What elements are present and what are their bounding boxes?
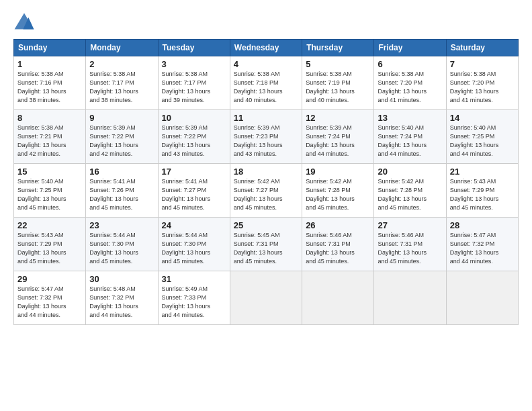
day-cell-30: 30Sunrise: 5:48 AMSunset: 7:32 PMDayligh… <box>86 271 158 325</box>
day-info: Sunrise: 5:46 AMSunset: 7:31 PMDaylight:… <box>306 231 370 266</box>
day-info: Sunrise: 5:47 AMSunset: 7:32 PMDaylight:… <box>450 231 515 266</box>
day-number: 28 <box>450 220 515 230</box>
day-number: 20 <box>378 167 442 177</box>
day-number: 8 <box>17 113 82 123</box>
calendar-week-2: 8Sunrise: 5:38 AMSunset: 7:21 PMDaylight… <box>14 110 519 164</box>
day-number: 23 <box>89 220 154 230</box>
empty-cell <box>230 271 302 325</box>
day-number: 11 <box>234 113 298 123</box>
day-cell-6: 6Sunrise: 5:38 AMSunset: 7:20 PMDaylight… <box>374 56 446 110</box>
day-number: 3 <box>162 59 226 69</box>
day-cell-1: 1Sunrise: 5:38 AMSunset: 7:16 PMDaylight… <box>14 56 86 110</box>
day-info: Sunrise: 5:44 AMSunset: 7:30 PMDaylight:… <box>89 231 154 266</box>
day-cell-15: 15Sunrise: 5:40 AMSunset: 7:25 PMDayligh… <box>14 164 86 218</box>
day-info: Sunrise: 5:38 AMSunset: 7:18 PMDaylight:… <box>234 70 298 105</box>
day-info: Sunrise: 5:41 AMSunset: 7:27 PMDaylight:… <box>162 177 226 212</box>
days-header-row: SundayMondayTuesdayWednesdayThursdayFrid… <box>14 40 519 56</box>
day-cell-23: 23Sunrise: 5:44 AMSunset: 7:30 PMDayligh… <box>86 218 158 271</box>
day-number: 25 <box>234 220 298 230</box>
day-number: 2 <box>89 59 154 69</box>
day-cell-3: 3Sunrise: 5:38 AMSunset: 7:17 PMDaylight… <box>158 56 230 110</box>
header-row <box>13 12 519 34</box>
calendar-week-3: 15Sunrise: 5:40 AMSunset: 7:25 PMDayligh… <box>14 164 519 218</box>
day-info: Sunrise: 5:38 AMSunset: 7:17 PMDaylight:… <box>162 70 226 105</box>
day-info: Sunrise: 5:42 AMSunset: 7:28 PMDaylight:… <box>306 177 370 212</box>
day-cell-25: 25Sunrise: 5:45 AMSunset: 7:31 PMDayligh… <box>230 218 302 271</box>
day-number: 5 <box>306 59 370 69</box>
day-header-monday: Monday <box>86 40 158 56</box>
calendar-body: 1Sunrise: 5:38 AMSunset: 7:16 PMDaylight… <box>14 56 519 325</box>
day-cell-8: 8Sunrise: 5:38 AMSunset: 7:21 PMDaylight… <box>14 110 86 164</box>
day-info: Sunrise: 5:38 AMSunset: 7:20 PMDaylight:… <box>450 70 515 105</box>
day-info: Sunrise: 5:42 AMSunset: 7:28 PMDaylight:… <box>378 177 442 212</box>
day-info: Sunrise: 5:43 AMSunset: 7:29 PMDaylight:… <box>17 231 82 266</box>
day-number: 18 <box>234 167 298 177</box>
day-number: 19 <box>306 167 370 177</box>
day-info: Sunrise: 5:39 AMSunset: 7:24 PMDaylight:… <box>306 124 370 158</box>
day-info: Sunrise: 5:39 AMSunset: 7:22 PMDaylight:… <box>89 124 154 158</box>
day-cell-9: 9Sunrise: 5:39 AMSunset: 7:22 PMDaylight… <box>86 110 158 164</box>
logo <box>13 12 38 34</box>
day-number: 12 <box>306 113 370 123</box>
day-cell-21: 21Sunrise: 5:43 AMSunset: 7:29 PMDayligh… <box>446 164 518 218</box>
day-info: Sunrise: 5:38 AMSunset: 7:21 PMDaylight:… <box>17 124 82 158</box>
day-number: 15 <box>17 167 82 177</box>
day-number: 7 <box>450 59 515 69</box>
day-number: 10 <box>162 113 226 123</box>
day-number: 24 <box>162 220 226 230</box>
day-cell-24: 24Sunrise: 5:44 AMSunset: 7:30 PMDayligh… <box>158 218 230 271</box>
day-info: Sunrise: 5:40 AMSunset: 7:25 PMDaylight:… <box>17 177 82 212</box>
day-info: Sunrise: 5:49 AMSunset: 7:33 PMDaylight:… <box>162 285 226 320</box>
day-info: Sunrise: 5:40 AMSunset: 7:25 PMDaylight:… <box>450 124 515 158</box>
day-number: 6 <box>378 59 442 69</box>
day-number: 14 <box>450 113 515 123</box>
day-number: 9 <box>89 113 154 123</box>
day-cell-20: 20Sunrise: 5:42 AMSunset: 7:28 PMDayligh… <box>374 164 446 218</box>
empty-cell <box>446 271 518 325</box>
day-info: Sunrise: 5:38 AMSunset: 7:16 PMDaylight:… <box>17 70 82 105</box>
day-info: Sunrise: 5:43 AMSunset: 7:29 PMDaylight:… <box>450 177 515 212</box>
day-cell-12: 12Sunrise: 5:39 AMSunset: 7:24 PMDayligh… <box>302 110 374 164</box>
day-info: Sunrise: 5:38 AMSunset: 7:20 PMDaylight:… <box>378 70 442 105</box>
empty-cell <box>302 271 374 325</box>
day-cell-31: 31Sunrise: 5:49 AMSunset: 7:33 PMDayligh… <box>158 271 230 325</box>
day-cell-7: 7Sunrise: 5:38 AMSunset: 7:20 PMDaylight… <box>446 56 518 110</box>
day-cell-19: 19Sunrise: 5:42 AMSunset: 7:28 PMDayligh… <box>302 164 374 218</box>
day-number: 17 <box>162 167 226 177</box>
day-cell-16: 16Sunrise: 5:41 AMSunset: 7:26 PMDayligh… <box>86 164 158 218</box>
day-cell-27: 27Sunrise: 5:46 AMSunset: 7:31 PMDayligh… <box>374 218 446 271</box>
day-number: 13 <box>378 113 442 123</box>
calendar-week-4: 22Sunrise: 5:43 AMSunset: 7:29 PMDayligh… <box>14 218 519 271</box>
day-number: 16 <box>89 167 154 177</box>
day-cell-14: 14Sunrise: 5:40 AMSunset: 7:25 PMDayligh… <box>446 110 518 164</box>
day-cell-11: 11Sunrise: 5:39 AMSunset: 7:23 PMDayligh… <box>230 110 302 164</box>
day-header-saturday: Saturday <box>446 40 518 56</box>
day-info: Sunrise: 5:39 AMSunset: 7:23 PMDaylight:… <box>234 124 298 158</box>
day-info: Sunrise: 5:44 AMSunset: 7:30 PMDaylight:… <box>162 231 226 266</box>
day-cell-26: 26Sunrise: 5:46 AMSunset: 7:31 PMDayligh… <box>302 218 374 271</box>
day-header-tuesday: Tuesday <box>158 40 230 56</box>
day-info: Sunrise: 5:40 AMSunset: 7:24 PMDaylight:… <box>378 124 442 158</box>
day-info: Sunrise: 5:38 AMSunset: 7:17 PMDaylight:… <box>89 70 154 105</box>
day-number: 27 <box>378 220 442 230</box>
day-number: 22 <box>17 220 82 230</box>
day-number: 31 <box>162 274 226 284</box>
day-cell-13: 13Sunrise: 5:40 AMSunset: 7:24 PMDayligh… <box>374 110 446 164</box>
page: SundayMondayTuesdayWednesdayThursdayFrid… <box>0 0 532 411</box>
day-cell-2: 2Sunrise: 5:38 AMSunset: 7:17 PMDaylight… <box>86 56 158 110</box>
day-header-thursday: Thursday <box>302 40 374 56</box>
day-header-friday: Friday <box>374 40 446 56</box>
day-number: 21 <box>450 167 515 177</box>
day-header-wednesday: Wednesday <box>230 40 302 56</box>
day-info: Sunrise: 5:41 AMSunset: 7:26 PMDaylight:… <box>89 177 154 212</box>
day-cell-10: 10Sunrise: 5:39 AMSunset: 7:22 PMDayligh… <box>158 110 230 164</box>
day-info: Sunrise: 5:46 AMSunset: 7:31 PMDaylight:… <box>378 231 442 266</box>
day-cell-22: 22Sunrise: 5:43 AMSunset: 7:29 PMDayligh… <box>14 218 86 271</box>
day-number: 26 <box>306 220 370 230</box>
day-number: 30 <box>89 274 154 284</box>
day-info: Sunrise: 5:48 AMSunset: 7:32 PMDaylight:… <box>89 285 154 320</box>
day-header-sunday: Sunday <box>14 40 86 56</box>
calendar-week-5: 29Sunrise: 5:47 AMSunset: 7:32 PMDayligh… <box>14 271 519 325</box>
day-number: 1 <box>17 59 82 69</box>
day-cell-4: 4Sunrise: 5:38 AMSunset: 7:18 PMDaylight… <box>230 56 302 110</box>
